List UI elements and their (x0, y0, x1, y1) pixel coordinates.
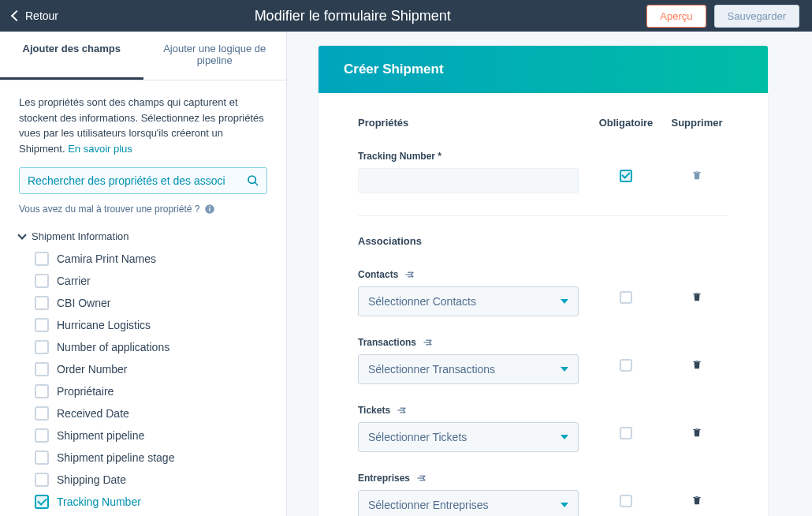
required-checkbox[interactable] (620, 291, 632, 304)
trash-icon[interactable] (691, 359, 702, 370)
checkbox-icon (35, 252, 49, 266)
chevron-down-icon (561, 503, 568, 507)
prop-label: CBI Owner (57, 297, 110, 309)
prop-label: Shipment pipeline stage (57, 451, 174, 464)
prop-item-order-num[interactable]: Order Number (35, 362, 267, 376)
select-tickets[interactable]: Sélectionner Tickets (358, 422, 579, 452)
prop-item-pipeline-stage[interactable]: Shipment pipeline stage (35, 451, 267, 465)
tab-add-logic[interactable]: Ajouter une logique de pipeline (143, 32, 287, 80)
learn-more-link[interactable]: En savoir plus (68, 143, 132, 155)
chevron-down-icon (561, 299, 568, 304)
prop-label: Shipment pipeline (57, 429, 144, 442)
assoc-label: Contacts (358, 269, 398, 280)
prop-label: Hurricane Logistics (57, 319, 151, 331)
intro-text: Les propriétés sont des champs qui captu… (19, 96, 264, 155)
field-input-tracking[interactable] (358, 168, 579, 193)
prop-item-camira[interactable]: Camira Print Names (35, 252, 267, 266)
trash-icon[interactable] (691, 495, 702, 506)
preview-button[interactable]: Aperçu (646, 5, 706, 28)
select-label: Sélectionner Entreprises (368, 499, 489, 511)
search-input[interactable] (19, 167, 267, 194)
prop-label: Order Number (57, 363, 127, 376)
svg-point-0 (248, 176, 255, 183)
info-icon[interactable]: i (204, 204, 215, 215)
form-canvas: Créer Shipment Propriétés Obligatoire Su… (287, 32, 812, 516)
prop-label: Camira Print Names (57, 252, 156, 265)
group-label: Shipment Information (32, 230, 129, 242)
prop-item-carrier[interactable]: Carrier (35, 274, 267, 288)
trash-icon[interactable] (691, 291, 702, 302)
top-buttons: Aperçu Sauvegarder (646, 5, 799, 28)
prop-item-hurricane[interactable]: Hurricane Logistics (35, 318, 267, 332)
page-title: Modifier le formulaire Shipment (71, 8, 634, 24)
checkbox-icon (35, 318, 49, 332)
prop-item-shipping-date[interactable]: Shipping Date (35, 473, 267, 487)
form-card: Créer Shipment Propriétés Obligatoire Su… (318, 46, 768, 516)
trouble-finding-help: Vous avez du mal à trouver une propriété… (19, 204, 267, 215)
select-label: Sélectionner Tickets (368, 431, 467, 443)
prop-item-tracking-number[interactable]: Tracking Number (35, 495, 267, 509)
prop-item-cbi-owner[interactable]: CBI Owner (35, 296, 267, 310)
chevron-down-icon (561, 435, 568, 439)
checkbox-icon (35, 495, 49, 509)
divider (358, 215, 728, 216)
prop-item-received-date[interactable]: Received Date (35, 406, 267, 421)
trash-icon[interactable] (691, 427, 702, 438)
field-label-tracking: Tracking Number * (358, 151, 587, 162)
tab-add-fields[interactable]: Ajouter des champs (0, 32, 143, 80)
chevron-down-icon (17, 230, 26, 239)
assoc-row-tickets: Tickets Sélectionner Tickets (358, 405, 728, 452)
required-checkbox[interactable] (620, 495, 632, 507)
group-shipment-info[interactable]: Shipment Information (19, 230, 267, 242)
select-contacts[interactable]: Sélectionner Contacts (358, 286, 579, 316)
back-button[interactable]: Retour (13, 9, 58, 22)
assoc-label: Tickets (358, 405, 390, 416)
prop-item-proprietaire[interactable]: Propriétaire (35, 384, 267, 398)
form-card-header: Créer Shipment (318, 46, 768, 93)
sidebar-tabs: Ajouter des champs Ajouter une logique d… (0, 32, 286, 80)
column-headers: Propriétés Obligatoire Supprimer (358, 117, 728, 129)
save-button[interactable]: Sauvegarder (714, 5, 799, 28)
assoc-label: Transactions (358, 337, 416, 348)
svg-line-1 (255, 182, 258, 185)
col-delete: Supprimer (665, 117, 728, 129)
required-checkbox[interactable] (620, 427, 632, 439)
select-label: Sélectionner Contacts (368, 295, 476, 308)
select-entreprises[interactable]: Sélectionner Entreprises (358, 490, 579, 516)
checkbox-icon (35, 340, 49, 354)
association-icon (416, 474, 427, 482)
prop-label: Received Date (57, 407, 129, 420)
prop-label: Shipping Date (57, 473, 126, 486)
checkbox-icon (35, 384, 49, 398)
back-label: Retour (25, 9, 58, 22)
checkbox-icon (35, 473, 49, 487)
select-transactions[interactable]: Sélectionner Transactions (358, 354, 579, 384)
assoc-row-entreprises: Entreprises Sélectionner Entreprises (358, 473, 728, 516)
required-checkbox[interactable] (620, 359, 632, 372)
top-bar: Retour Modifier le formulaire Shipment A… (0, 0, 812, 32)
checkbox-icon (35, 428, 49, 443)
search-wrap (19, 167, 267, 194)
assoc-row-contacts: Contacts Sélectionner Contacts (358, 269, 728, 316)
checkbox-icon (35, 362, 49, 376)
assoc-label: Entreprises (358, 473, 410, 484)
prop-label: Tracking Number (57, 495, 141, 508)
search-icon (247, 174, 259, 187)
association-icon (404, 271, 415, 279)
associations-title: Associations (358, 235, 728, 247)
association-icon (397, 406, 408, 414)
svg-text:i: i (209, 206, 210, 213)
trash-icon[interactable] (691, 170, 702, 181)
sidebar-intro: Les propriétés sont des champs qui captu… (19, 95, 267, 156)
checkbox-icon (35, 296, 49, 310)
checkbox-icon (35, 451, 49, 465)
select-label: Sélectionner Transactions (368, 363, 495, 376)
required-checkbox[interactable] (620, 170, 632, 182)
chevron-down-icon (561, 367, 568, 372)
prop-label: Carrier (57, 275, 91, 287)
property-list: Camira Print Names Carrier CBI Owner Hur… (35, 252, 267, 509)
prop-item-shipment-pipeline[interactable]: Shipment pipeline (35, 428, 267, 443)
prop-item-num-apps[interactable]: Number of applications (35, 340, 267, 354)
col-properties: Propriétés (358, 117, 587, 129)
col-required: Obligatoire (587, 117, 665, 129)
